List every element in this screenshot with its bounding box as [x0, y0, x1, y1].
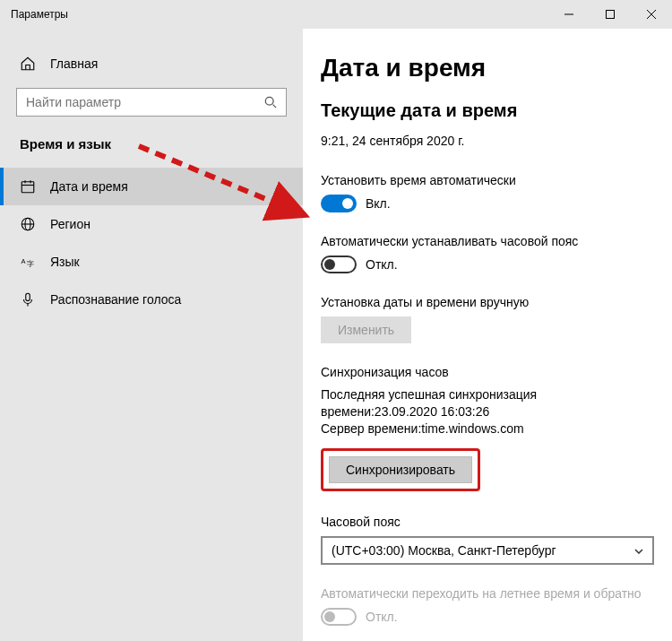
sync-now-button[interactable]: Синхронизировать [329, 456, 472, 483]
home-icon [20, 56, 36, 72]
globe-icon [20, 216, 36, 232]
dst-toggle [321, 608, 357, 626]
sidebar-item-label: Распознавание голоса [50, 292, 181, 307]
svg-rect-15 [26, 293, 30, 300]
auto-tz-toggle[interactable] [321, 256, 357, 273]
content-area: Дата и время Текущие дата и время 9:21, … [303, 29, 672, 641]
sidebar-item-region[interactable]: Регион [0, 205, 303, 243]
sidebar: Главная Время и язык Дата и время Регион [0, 29, 303, 641]
sidebar-item-label: Дата и время [50, 179, 128, 194]
search-icon [263, 95, 278, 109]
svg-text:A: A [22, 257, 26, 265]
auto-tz-label: Автоматически устанавливать часовой пояс [321, 234, 654, 248]
sidebar-item-speech[interactable]: Распознавание голоса [0, 281, 303, 318]
chevron-down-icon [634, 544, 643, 557]
tz-heading: Часовой пояс [321, 515, 654, 529]
auto-time-label: Установить время автоматически [321, 173, 654, 187]
dst-state: Откл. [366, 610, 398, 624]
home-nav[interactable]: Главная [16, 47, 287, 88]
home-label: Главная [50, 56, 98, 71]
annotation-highlight-box: Синхронизировать [321, 448, 480, 491]
language-icon: A字 [20, 254, 36, 270]
sidebar-item-date-time[interactable]: Дата и время [0, 168, 303, 205]
sync-heading: Синхронизация часов [321, 365, 654, 379]
current-datetime-heading: Текущие дата и время [321, 100, 654, 121]
manual-set-label: Установка даты и времени вручную [321, 295, 654, 309]
svg-rect-1 [607, 11, 615, 19]
sidebar-item-language[interactable]: A字 Язык [0, 243, 303, 281]
minimize-button[interactable] [548, 0, 590, 29]
titlebar: Параметры [0, 0, 672, 29]
svg-point-4 [265, 97, 273, 105]
tz-select[interactable]: (UTC+03:00) Москва, Санкт-Петербург [321, 536, 654, 565]
sync-server: Сервер времени:time.windows.com [321, 421, 524, 436]
search-input[interactable] [16, 88, 287, 117]
tz-value: (UTC+03:00) Москва, Санкт-Петербург [332, 543, 556, 558]
current-datetime-value: 9:21, 24 сентября 2020 г. [321, 134, 654, 148]
window-title: Параметры [11, 8, 68, 21]
auto-time-toggle[interactable] [321, 195, 357, 212]
svg-line-5 [273, 105, 277, 108]
change-datetime-button: Изменить [321, 316, 411, 343]
maximize-button[interactable] [590, 0, 631, 29]
close-button[interactable] [631, 0, 672, 29]
search-box [16, 88, 287, 117]
svg-rect-6 [22, 182, 34, 193]
sync-last-time: Последняя успешная синхронизация времени… [321, 387, 537, 419]
microphone-icon [20, 291, 36, 308]
window-controls [548, 0, 672, 29]
svg-text:字: 字 [27, 260, 34, 268]
dst-label: Автоматически переходить на летнее время… [321, 586, 654, 601]
sidebar-item-label: Язык [50, 255, 80, 269]
sidebar-section-heading: Время и язык [0, 136, 303, 168]
auto-tz-state: Откл. [366, 257, 398, 272]
calendar-icon [20, 178, 36, 195]
page-title: Дата и время [321, 54, 654, 82]
sidebar-nav: Дата и время Регион A字 Язык Распознавани… [0, 168, 303, 318]
sync-status: Последняя успешная синхронизация времени… [321, 386, 654, 437]
auto-time-state: Вкл. [366, 196, 391, 211]
sidebar-item-label: Регион [50, 217, 90, 231]
